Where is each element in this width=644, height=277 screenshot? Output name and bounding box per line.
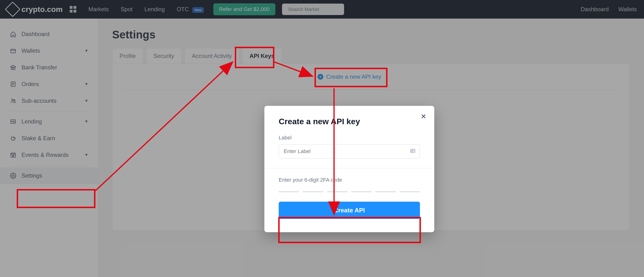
label-input[interactable] bbox=[279, 144, 420, 159]
contact-card-icon bbox=[410, 148, 416, 155]
tab-api-keys[interactable]: API Keys bbox=[242, 48, 282, 64]
home-icon bbox=[10, 30, 17, 38]
tfa-digit-6[interactable] bbox=[400, 190, 420, 192]
nav-markets[interactable]: Markets bbox=[88, 6, 108, 13]
tfa-digit-5[interactable] bbox=[375, 190, 396, 192]
chevron-down-icon: ▼ bbox=[84, 49, 88, 53]
sidebar-item-label: Wallets bbox=[22, 47, 40, 54]
svg-point-8 bbox=[14, 138, 14, 138]
sidebar-separator bbox=[10, 111, 88, 111]
nav-lending[interactable]: Lending bbox=[144, 6, 165, 13]
create-api-key-label: Create a new API key bbox=[326, 73, 381, 80]
sidebar-item-label: Events & Rewards bbox=[22, 152, 68, 158]
nav-otc[interactable]: OTC New bbox=[177, 6, 204, 13]
modal-close-button[interactable] bbox=[420, 112, 427, 121]
tab-profile[interactable]: Profile bbox=[112, 48, 143, 64]
plus-circle-icon: + bbox=[318, 74, 323, 80]
tab-security[interactable]: Security bbox=[146, 48, 182, 64]
modal-title: Create a new API key bbox=[279, 117, 420, 126]
modal-divider bbox=[264, 168, 434, 168]
tfa-digit-4[interactable] bbox=[351, 190, 372, 192]
close-icon bbox=[420, 113, 427, 119]
wallet-icon bbox=[10, 47, 17, 54]
lending-icon bbox=[10, 118, 17, 125]
search-input[interactable] bbox=[288, 7, 348, 12]
new-badge: New bbox=[192, 7, 204, 13]
tfa-digit-1[interactable] bbox=[279, 190, 299, 192]
panel-divider bbox=[122, 90, 620, 90]
sidebar-item-label: Orders bbox=[22, 81, 39, 87]
tfa-digit-3[interactable] bbox=[327, 190, 348, 192]
nav-spot[interactable]: Spot bbox=[121, 6, 132, 13]
nav-wallets[interactable]: Wallets bbox=[618, 6, 637, 13]
chevron-down-icon: ▼ bbox=[84, 119, 88, 124]
sidebar: Dashboard Wallets ▼ Bank Transfer Orders… bbox=[0, 18, 98, 277]
nav-dashboard[interactable]: Dashboard bbox=[581, 6, 609, 13]
sidebar-item-orders[interactable]: Orders ▼ bbox=[0, 76, 98, 92]
sidebar-item-label: Dashboard bbox=[22, 31, 50, 37]
sidebar-item-subaccounts[interactable]: Sub-accounts ▼ bbox=[0, 92, 98, 109]
tfa-digit-2[interactable] bbox=[303, 190, 323, 192]
brand-text: crypto.com bbox=[22, 5, 62, 14]
svg-point-5 bbox=[14, 100, 15, 101]
sidebar-item-label: Sub-accounts bbox=[22, 97, 56, 104]
create-api-submit-button[interactable]: Create API bbox=[279, 202, 420, 219]
top-nav: crypto.com Markets Spot Lending OTC New … bbox=[0, 0, 644, 18]
svg-point-4 bbox=[12, 99, 13, 101]
sidebar-separator bbox=[10, 165, 88, 165]
sidebar-item-wallets[interactable]: Wallets ▼ bbox=[0, 42, 98, 59]
sidebar-item-dashboard[interactable]: Dashboard bbox=[0, 26, 98, 42]
nav-links: Markets Spot Lending OTC New bbox=[88, 6, 204, 13]
page-title: Settings bbox=[112, 28, 630, 41]
nav-otc-label: OTC bbox=[177, 6, 189, 12]
bank-icon bbox=[10, 64, 17, 71]
sidebar-item-lending[interactable]: Lending ▼ bbox=[0, 113, 98, 130]
apps-grid-icon[interactable] bbox=[70, 6, 76, 13]
brand[interactable]: crypto.com bbox=[7, 4, 62, 15]
brand-logo-icon bbox=[5, 1, 20, 17]
create-api-key-modal: Create a new API key Label Enter your 6-… bbox=[264, 106, 434, 232]
orders-icon bbox=[10, 81, 17, 88]
chevron-down-icon: ▼ bbox=[84, 82, 88, 86]
sidebar-item-label: Stake & Earn bbox=[22, 135, 55, 142]
piggy-icon bbox=[10, 135, 17, 142]
svg-point-10 bbox=[12, 175, 14, 177]
create-api-key-link[interactable]: + Create a new API key bbox=[318, 73, 381, 80]
sidebar-item-label: Lending bbox=[22, 118, 42, 125]
sidebar-item-stake-earn[interactable]: Stake & Earn bbox=[0, 130, 98, 147]
sidebar-item-label: Bank Transfer bbox=[22, 64, 57, 71]
settings-tabs: Profile Security Account Activity API Ke… bbox=[112, 48, 630, 64]
sidebar-item-settings[interactable]: Settings bbox=[0, 167, 98, 184]
svg-point-14 bbox=[412, 150, 412, 151]
svg-point-7 bbox=[11, 137, 15, 140]
tab-account-activity[interactable]: Account Activity bbox=[184, 48, 239, 64]
chevron-down-icon: ▼ bbox=[84, 99, 88, 103]
sidebar-item-label: Settings bbox=[22, 172, 42, 179]
sidebar-item-events-rewards[interactable]: Events & Rewards ▼ bbox=[0, 147, 98, 163]
users-icon bbox=[10, 97, 17, 104]
topnav-right: Dashboard Wallets bbox=[581, 6, 637, 13]
label-field-label: Label bbox=[279, 135, 420, 141]
refer-button[interactable]: Refer and Get $2,000 bbox=[213, 3, 275, 15]
tfa-code-inputs[interactable] bbox=[279, 190, 420, 192]
tfa-label: Enter your 6-digit 2FA code bbox=[279, 177, 420, 183]
sidebar-item-bank-transfer[interactable]: Bank Transfer bbox=[0, 59, 98, 76]
calendar-star-icon bbox=[10, 151, 17, 159]
chevron-down-icon: ▼ bbox=[84, 153, 88, 157]
search-box[interactable] bbox=[282, 3, 344, 15]
label-field-wrap bbox=[279, 144, 420, 159]
gear-icon bbox=[10, 172, 17, 179]
svg-rect-2 bbox=[11, 49, 16, 53]
